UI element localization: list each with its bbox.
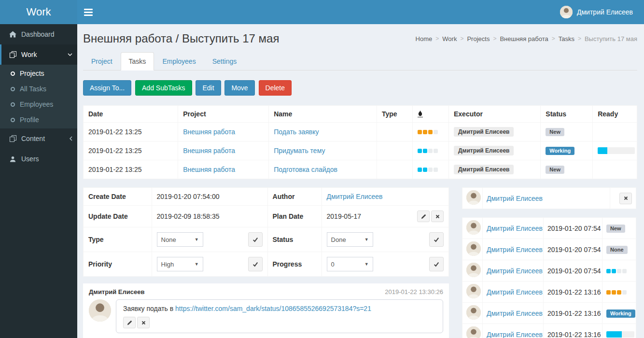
type-select[interactable]: None▼ xyxy=(157,232,203,247)
sidebar-item-profile[interactable]: Profile xyxy=(0,112,77,127)
sidebar-item-label: Users xyxy=(21,155,39,163)
history-time: 2019-01-22 13:16 xyxy=(544,282,602,303)
priority-dots xyxy=(418,149,438,153)
remove-assignee-button[interactable] xyxy=(619,193,632,204)
comment-text: Заявку подать в xyxy=(123,305,175,312)
comment-edit-button[interactable] xyxy=(123,317,136,328)
breadcrumb-home[interactable]: Home xyxy=(416,35,433,42)
pencil-icon xyxy=(421,214,426,219)
history-time: 2019-01-20 07:54 xyxy=(544,260,602,282)
circle-icon xyxy=(11,118,15,122)
move-button[interactable]: Move xyxy=(224,80,254,96)
plan-date-clear-button[interactable] xyxy=(431,211,444,222)
app-logo[interactable]: Work xyxy=(0,0,77,24)
sidebar-item-content[interactable]: Content xyxy=(0,128,77,149)
task-name-link[interactable]: Подать заявку xyxy=(274,128,319,136)
main-content: Внешняя работа / Выступить 17 мая Home W… xyxy=(77,24,644,338)
breadcrumb-tasks[interactable]: Tasks xyxy=(559,35,574,42)
top-navbar: Work Дмитрий Елисеев xyxy=(0,0,644,24)
progress-select[interactable]: 0▼ xyxy=(327,257,373,271)
sidebar-item-label: Dashboard xyxy=(21,30,55,38)
history-user-link[interactable]: Дмитрий Елисеев xyxy=(487,267,543,275)
task-row: 2019-01-22 13:25 Внешняя работа Придумат… xyxy=(84,141,637,160)
status-apply-button[interactable] xyxy=(429,232,444,247)
sidebar-toggle-icon[interactable] xyxy=(77,0,99,24)
history-avatar xyxy=(466,241,481,256)
tab-employees[interactable]: Employees xyxy=(154,52,204,70)
task-date: 2019-01-22 13:25 xyxy=(84,123,178,141)
caret-down-icon: ▼ xyxy=(364,237,369,242)
type-apply-button[interactable] xyxy=(248,232,263,247)
sidebar-item-label: Profile xyxy=(20,116,39,124)
priority-select[interactable]: High▼ xyxy=(157,257,203,271)
chevron-down-icon xyxy=(68,53,72,56)
tab-project[interactable]: Project xyxy=(83,52,121,70)
work-submenu: Projects All Tasks Employees Profile xyxy=(0,65,77,128)
priority-dots xyxy=(418,130,438,134)
task-name-link[interactable]: Придумать тему xyxy=(274,147,325,155)
user-menu[interactable]: Дмитрий Елисеев xyxy=(556,0,637,24)
progress-apply-button[interactable] xyxy=(429,257,444,271)
sidebar-item-label: All Tasks xyxy=(20,85,46,93)
status-badge: Working xyxy=(546,147,574,155)
edit-button[interactable]: Edit xyxy=(196,80,221,96)
history-user-link[interactable]: Дмитрий Елисеев xyxy=(487,246,543,254)
task-project-link[interactable]: Внешняя работа xyxy=(183,128,235,136)
history-user-link[interactable]: Дмитрий Елисеев xyxy=(487,225,543,232)
col-date: Date xyxy=(84,106,178,123)
assign-to-button[interactable]: Assign To... xyxy=(83,80,131,96)
history-user-link[interactable]: Дмитрий Елисеев xyxy=(487,310,543,317)
tab-settings[interactable]: Settings xyxy=(204,52,245,70)
history-row: Дмитрий Елисеев 2019-01-20 07:54 None xyxy=(462,239,636,260)
plan-date-value: 2019-05-17 xyxy=(327,212,362,220)
sidebar-item-employees[interactable]: Employees xyxy=(0,97,77,112)
history-row: Дмитрий Елисеев 2019-01-22 13:16 xyxy=(462,282,636,303)
task-project-link[interactable]: Внешняя работа xyxy=(183,166,235,173)
status-select[interactable]: Done▼ xyxy=(327,232,373,247)
history-status-badge: None xyxy=(606,246,628,254)
breadcrumb-work[interactable]: Work xyxy=(442,35,457,42)
close-icon xyxy=(141,321,146,325)
caret-down-icon: ▼ xyxy=(195,237,199,242)
check-icon xyxy=(252,237,258,242)
history-user-link[interactable]: Дмитрий Елисеев xyxy=(487,331,543,338)
sidebar-item-all-tasks[interactable]: All Tasks xyxy=(0,81,77,97)
history-avatar xyxy=(466,326,481,338)
assignee-avatar xyxy=(466,190,481,205)
breadcrumb: Home Work Projects Внешняя работа Tasks … xyxy=(416,35,637,42)
circle-icon xyxy=(11,87,15,91)
sidebar-item-work[interactable]: Work xyxy=(0,44,77,65)
sidebar-item-label: Employees xyxy=(20,100,53,108)
circle-icon xyxy=(11,102,15,107)
history-time: 2019-01-22 13:16 xyxy=(544,324,602,338)
close-icon xyxy=(624,196,628,200)
sidebar-item-users[interactable]: Users xyxy=(0,149,77,169)
priority-apply-button[interactable] xyxy=(248,257,263,271)
comment-link[interactable]: https://twitter.com/sam_dark/status/1086… xyxy=(175,305,371,312)
add-subtasks-button[interactable]: Add SubTasks xyxy=(135,80,192,96)
flame-icon[interactable] xyxy=(418,110,423,117)
breadcrumb-project-name[interactable]: Внешняя работа xyxy=(500,35,548,42)
comment-delete-button[interactable] xyxy=(137,317,150,328)
task-row: 2019-01-22 13:25 Внешняя работа Подготов… xyxy=(84,160,637,179)
breadcrumb-projects[interactable]: Projects xyxy=(467,35,490,42)
history-user-link[interactable]: Дмитрий Елисеев xyxy=(487,288,543,296)
caret-down-icon: ▼ xyxy=(364,262,369,267)
ready-cell xyxy=(593,123,637,141)
tab-tasks[interactable]: Tasks xyxy=(121,52,154,70)
task-project-link[interactable]: Внешняя работа xyxy=(183,147,235,155)
task-name-link[interactable]: Подготовка слайдов xyxy=(274,166,337,173)
plan-date-edit-button[interactable] xyxy=(417,211,430,222)
sidebar-item-label: Projects xyxy=(20,70,44,77)
col-executor: Executor xyxy=(448,106,540,123)
user-name: Дмитрий Елисеев xyxy=(577,8,633,16)
priority-dots xyxy=(418,168,438,172)
sidebar-item-dashboard[interactable]: Dashboard xyxy=(0,24,77,44)
sidebar-item-projects[interactable]: Projects xyxy=(0,66,77,81)
priority-label: Priority xyxy=(84,252,152,277)
breadcrumb-current: Выступить 17 мая xyxy=(574,35,637,42)
assignee-link[interactable]: Дмитрий Елисеев xyxy=(487,195,543,202)
author-link[interactable]: Дмитрий Елисеев xyxy=(327,193,383,200)
history-row: Дмитрий Елисеев 2019-01-22 13:16 Working xyxy=(462,303,636,324)
delete-button[interactable]: Delete xyxy=(259,80,292,96)
